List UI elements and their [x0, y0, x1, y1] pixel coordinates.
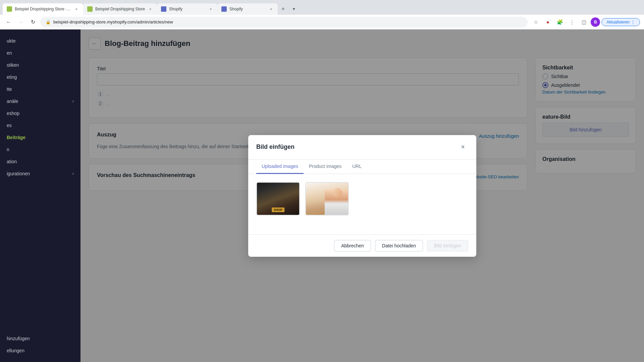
modal-body: SHOP: [248, 174, 476, 234]
browser-tab-3[interactable]: Shopify ×: [157, 3, 217, 15]
channels-chevron-icon: ›: [72, 99, 74, 104]
thumb-inner-1: SHOP: [257, 183, 299, 215]
sidebar-item-analytics[interactable]: stiken: [0, 59, 80, 71]
tab-close-2[interactable]: ×: [148, 6, 153, 12]
upload-button[interactable]: Datei hochladen: [375, 240, 423, 251]
browser-nav: ← → ↻ 🔒 beispiel-dropshipping-store.mysh…: [0, 15, 644, 29]
sidebar-item-add[interactable]: hinzufügen: [0, 333, 80, 345]
browser-tabs: Beispiel Dropshipping Store · E... × Bei…: [0, 0, 644, 15]
extensions-button[interactable]: 🧩: [554, 17, 565, 27]
tab-favicon-2: [87, 6, 93, 12]
image-grid: SHOP: [256, 182, 468, 216]
bookmark-button[interactable]: ☆: [530, 17, 541, 27]
tab-label-1: Beispiel Dropshipping Store · E...: [15, 7, 71, 11]
modal-overlay[interactable]: Bild einfügen × Uploaded images Product …: [80, 29, 644, 362]
sidebar-item-n-label: n: [7, 147, 9, 152]
update-dropdown-icon: ⋮: [631, 20, 635, 24]
modal-tabs: Uploaded images Product images URL: [248, 160, 476, 174]
sidebar-item-configurations-label: igurationen: [7, 171, 30, 176]
opera-button[interactable]: ●: [542, 17, 553, 27]
forward-button[interactable]: →: [16, 17, 25, 27]
sidebar-item-navigation-label: ation: [7, 159, 17, 164]
sidebar-item-eshop-label: eshop: [7, 111, 19, 116]
sidebar-item-marketing[interactable]: eting: [0, 71, 80, 83]
tab-favicon-1: [7, 6, 12, 12]
nav-actions: ☆ ● 🧩 ⋮ ◫ B Aktualisieren ⋮: [530, 17, 640, 27]
tab-label-4: Shopify: [229, 7, 266, 11]
sidebar-item-posts[interactable]: Beiträge: [0, 131, 80, 143]
sidebar-item-add-label: hinzufügen: [7, 336, 30, 341]
modal-header: Bild einfügen ×: [248, 135, 476, 160]
address-bar[interactable]: 🔒 beispiel-dropshipping-store.myshopify.…: [40, 17, 528, 27]
sidebar-toggle[interactable]: ◫: [579, 17, 589, 27]
sidebar-item-configurations[interactable]: igurationen ›: [0, 168, 80, 180]
address-text: beispiel-dropshipping-store.myshopify.co…: [53, 19, 173, 24]
browser-tab-2[interactable]: Beispiel Dropshipping Store ×: [83, 3, 157, 15]
modal-footer: Abbrechen Datei hochladen Bild einfügen: [248, 234, 476, 257]
lock-icon: 🔒: [46, 20, 51, 24]
image-thumb-2[interactable]: [305, 182, 349, 216]
profile-avatar[interactable]: B: [591, 17, 600, 27]
cancel-button[interactable]: Abbrechen: [334, 240, 371, 251]
modal-close-button[interactable]: ×: [458, 142, 468, 153]
menu-button[interactable]: ⋮: [567, 17, 577, 27]
sidebar-item-products-label: ukte: [7, 38, 15, 44]
sidebar-item-apps-label: es: [7, 123, 12, 128]
sidebar-item-orders[interactable]: en: [0, 47, 80, 59]
new-tab-button[interactable]: +: [278, 3, 288, 15]
sidebar-item-n[interactable]: n: [0, 143, 80, 156]
tab-favicon-3: [161, 6, 166, 12]
tab-close-1[interactable]: ×: [74, 6, 79, 12]
tab-label-2: Beispiel Dropshipping Store: [95, 7, 145, 11]
reload-button[interactable]: ↻: [28, 17, 38, 27]
tab-favicon-4: [221, 6, 227, 12]
back-button[interactable]: ←: [4, 17, 13, 27]
sidebar-item-navigation[interactable]: ation: [0, 156, 80, 168]
sidebar-item-channels-label: anäle: [7, 99, 18, 104]
sidebar-item-analytics-label: stiken: [7, 62, 19, 68]
insert-image-modal: Bild einfügen × Uploaded images Product …: [248, 135, 476, 257]
tab-close-4[interactable]: ×: [268, 6, 274, 12]
sidebar-item-discounts-label: tte: [7, 86, 12, 92]
content-area: ← Blog-Beitrag hinzufügen Titel 1 ... 2 …: [80, 29, 644, 362]
browser-chrome: Beispiel Dropshipping Store · E... × Bei…: [0, 0, 644, 29]
sidebar-item-settings[interactable]: ellungen: [0, 345, 80, 357]
thumb-inner-2: [306, 183, 348, 215]
sidebar-item-marketing-label: eting: [7, 74, 17, 80]
sidebar-item-apps[interactable]: es: [0, 119, 80, 131]
tab-close-3[interactable]: ×: [208, 6, 213, 12]
sidebar-item-eshop[interactable]: eshop: [0, 107, 80, 119]
main-layout: ukte en stiken eting tte anäle › eshop e…: [0, 29, 644, 362]
update-button[interactable]: Aktualisieren ⋮: [601, 18, 640, 26]
update-label: Aktualisieren: [606, 20, 630, 24]
insert-image-button: Bild einfügen: [427, 240, 468, 251]
tab-uploaded-images[interactable]: Uploaded images: [256, 160, 304, 174]
tab-dropdown-button[interactable]: ▼: [288, 3, 299, 15]
sidebar: ukte en stiken eting tte anäle › eshop e…: [0, 29, 80, 362]
modal-title: Bild einfügen: [256, 143, 294, 150]
configurations-chevron-icon: ›: [72, 171, 74, 176]
sidebar-item-products[interactable]: ukte: [0, 35, 80, 47]
browser-tab-1[interactable]: Beispiel Dropshipping Store · E... ×: [3, 3, 83, 15]
tab-label-3: Shopify: [169, 7, 205, 11]
tab-url[interactable]: URL: [347, 160, 367, 174]
sidebar-item-settings-label: ellungen: [7, 348, 24, 353]
sidebar-item-channels[interactable]: anäle ›: [0, 95, 80, 107]
image-thumb-1[interactable]: SHOP: [256, 182, 300, 216]
sidebar-item-posts-label: Beiträge: [7, 135, 25, 140]
sidebar-item-orders-label: en: [7, 50, 12, 56]
browser-tab-4[interactable]: Shopify ×: [217, 3, 278, 15]
sidebar-item-discounts[interactable]: tte: [0, 83, 80, 95]
tab-product-images[interactable]: Product images: [304, 160, 347, 174]
